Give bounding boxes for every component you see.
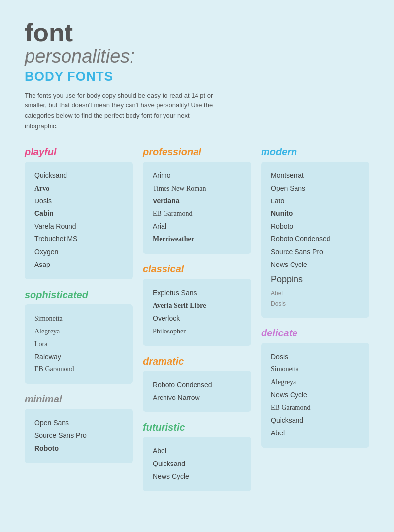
main-title: font personalities: BODY FONTS [25, 20, 369, 83]
list-item: Abel [153, 445, 241, 458]
title-italic: personalities: [25, 45, 369, 68]
list-item: Verdana [153, 195, 241, 208]
playful-section: playful Quicksand Arvo Dosis Cabin Varel… [25, 146, 133, 279]
classical-label: classical [143, 264, 251, 275]
list-item: Trebuchet MS [34, 233, 123, 246]
list-item: Raleway [34, 351, 123, 364]
list-item: Roboto [271, 220, 360, 233]
list-item: EB Garamond [34, 363, 123, 376]
modern-section: modern Montserrat Open Sans Lato Nunito … [261, 146, 369, 318]
modern-box: Montserrat Open Sans Lato Nunito Roboto … [261, 162, 369, 318]
professional-box: Arimo Times New Roman Verdana EB Garamon… [143, 162, 251, 254]
list-item: Times New Roman [153, 182, 241, 195]
professional-label: professional [143, 146, 251, 158]
header-description: The fonts you use for body copy should b… [25, 91, 217, 132]
minimal-box: Open Sans Source Sans Pro Roboto [25, 409, 133, 463]
title-word: font [25, 18, 73, 47]
minimal-label: minimal [25, 394, 133, 405]
futuristic-section: futuristic Abel Quicksand News Cycle [143, 422, 251, 491]
list-item: News Cycle [153, 470, 241, 483]
list-item: EB Garamond [153, 207, 241, 220]
list-item: Dosis [271, 299, 360, 309]
list-item: Averia Serif Libre [153, 299, 241, 312]
delicate-section: delicate Dosis Simonetta Alegreya News C… [261, 328, 369, 448]
content-columns: playful Quicksand Arvo Dosis Cabin Varel… [25, 146, 369, 491]
list-item: Arvo [34, 182, 123, 195]
dramatic-box: Roboto Condensed Archivo Narrow [143, 371, 251, 412]
list-item: Simonetta [271, 363, 360, 376]
list-item: Montserrat [271, 169, 360, 182]
list-item: News Cycle [271, 259, 360, 271]
list-item: Philosopher [153, 325, 241, 338]
list-item: Simonetta [34, 312, 123, 325]
sophisticated-label: sophisticated [25, 289, 133, 300]
minimal-section: minimal Open Sans Source Sans Pro Roboto [25, 394, 133, 463]
futuristic-label: futuristic [143, 422, 251, 433]
list-item: Nunito [271, 207, 360, 220]
header: font personalities: BODY FONTS The fonts… [25, 20, 369, 132]
list-item: Lora [34, 338, 123, 351]
futuristic-box: Abel Quicksand News Cycle [143, 437, 251, 491]
list-item: Asap [34, 259, 123, 271]
list-item: Alegreya [271, 376, 360, 389]
list-item: Open Sans [271, 182, 360, 195]
sophisticated-section: sophisticated Simonetta Alegreya Lora Ra… [25, 289, 133, 384]
title-sub: BODY FONTS [25, 70, 369, 83]
classical-section: classical Expletus Sans Averia Serif Lib… [143, 264, 251, 346]
playful-box: Quicksand Arvo Dosis Cabin Varela Round … [25, 162, 133, 279]
sophisticated-box: Simonetta Alegreya Lora Raleway EB Garam… [25, 304, 133, 384]
list-item: Merriweather [153, 233, 241, 246]
list-item: Quicksand [34, 169, 123, 182]
modern-label: modern [261, 146, 369, 158]
list-item: Oxygen [34, 246, 123, 259]
list-item: Open Sans [34, 417, 123, 430]
list-item: Abel [271, 288, 360, 299]
list-item: Varela Round [34, 220, 123, 233]
list-item: Roboto Condensed [153, 379, 241, 392]
delicate-box: Dosis Simonetta Alegreya News Cycle EB G… [261, 343, 369, 448]
list-item: Quicksand [271, 414, 360, 427]
list-item: Overlock [153, 312, 241, 325]
list-item: Archivo Narrow [153, 392, 241, 404]
classical-box: Expletus Sans Averia Serif Libre Overloc… [143, 279, 251, 346]
list-item: Poppins [271, 271, 360, 288]
list-item: Arimo [153, 169, 241, 182]
list-item: Roboto Condensed [271, 233, 360, 246]
playful-label: playful [25, 146, 133, 158]
middle-column: professional Arimo Times New Roman Verda… [143, 146, 251, 491]
list-item: Alegreya [34, 325, 123, 338]
list-item: Source Sans Pro [34, 430, 123, 442]
list-item: News Cycle [271, 389, 360, 401]
list-item: Arial [153, 220, 241, 233]
list-item: Dosis [34, 195, 123, 208]
list-item: Abel [271, 427, 360, 440]
list-item: Cabin [34, 207, 123, 220]
dramatic-label: dramatic [143, 356, 251, 367]
right-column: modern Montserrat Open Sans Lato Nunito … [261, 146, 369, 491]
list-item: Dosis [271, 351, 360, 364]
professional-section: professional Arimo Times New Roman Verda… [143, 146, 251, 254]
list-item: Quicksand [153, 458, 241, 470]
list-item: Roboto [34, 442, 123, 455]
dramatic-section: dramatic Roboto Condensed Archivo Narrow [143, 356, 251, 412]
list-item: Lato [271, 195, 360, 208]
list-item: Expletus Sans [153, 287, 241, 299]
list-item: Source Sans Pro [271, 246, 360, 259]
delicate-label: delicate [261, 328, 369, 339]
left-column: playful Quicksand Arvo Dosis Cabin Varel… [25, 146, 133, 491]
list-item: EB Garamond [271, 401, 360, 414]
